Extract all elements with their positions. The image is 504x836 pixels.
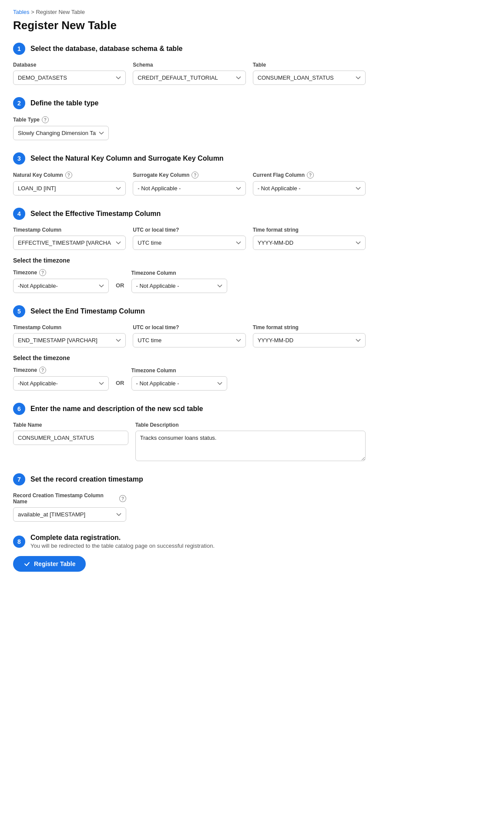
database-label: Database [13, 62, 126, 68]
step-5-timezone-fields: Timezone ? -Not Applicable- OR Timezone … [13, 367, 366, 391]
step-8-section: 8 Complete data registration. You will b… [13, 534, 366, 572]
step-5-ts-col-select[interactable]: END_TIMESTAMP [VARCHAR] [13, 333, 126, 347]
register-table-button[interactable]: Register Table [13, 556, 86, 572]
step-8-description: You will be redirected to the table cata… [30, 543, 215, 549]
step-4-ts-fields: Timestamp Column EFFECTIVE_TIMESTAMP [VA… [13, 227, 366, 250]
checkmark-icon [24, 560, 30, 567]
breadcrumb-parent[interactable]: Tables [13, 9, 30, 15]
step-5-tz-col-group: Timezone Column - Not Applicable - [131, 367, 227, 391]
step-6-section: 6 Enter the name and description of the … [13, 403, 366, 461]
schema-label: Schema [133, 62, 245, 68]
record-ts-select[interactable]: available_at [TIMESTAMP] [13, 507, 126, 522]
step-4-ts-col-label: Timestamp Column [13, 227, 126, 233]
table-type-help-icon[interactable]: ? [42, 116, 49, 123]
step-5-utc-label: UTC or local time? [133, 324, 245, 330]
database-group: Database DEMO_DATASETS [13, 62, 126, 85]
step-3-title: Select the Natural Key Column and Surrog… [30, 155, 224, 162]
table-label: Table [253, 62, 366, 68]
page-title: Register New Table [13, 19, 366, 32]
step-5-timezone-title: Select the timezone [13, 354, 366, 361]
natural-key-label: Natural Key Column ? [13, 172, 126, 179]
step-4-tz-select[interactable]: -Not Applicable- [13, 279, 109, 293]
surrogate-key-label: Surrogate Key Column ? [133, 172, 245, 179]
step-4-utc-select[interactable]: UTC time [133, 236, 245, 250]
breadcrumb: Tables > Register New Table [13, 9, 366, 15]
step-4-header: 4 Select the Effective Timestamp Column [13, 208, 366, 220]
step-3-fields: Natural Key Column ? LOAN_ID [INT] Surro… [13, 172, 366, 196]
step-4-format-select[interactable]: YYYY-MM-DD [253, 236, 366, 250]
natural-key-help-icon[interactable]: ? [65, 172, 72, 179]
step-4-timezone-fields: Timezone ? -Not Applicable- OR Timezone … [13, 269, 366, 293]
step-3-section: 3 Select the Natural Key Column and Surr… [13, 152, 366, 196]
step-4-format-label: Time format string [253, 227, 366, 233]
step-6-fields: Table Name Table Description Tracks cons… [13, 422, 366, 461]
step-5-format-label: Time format string [253, 324, 366, 330]
step-7-section: 7 Set the record creation timestamp Reco… [13, 473, 366, 522]
step-4-ts-col-group: Timestamp Column EFFECTIVE_TIMESTAMP [VA… [13, 227, 126, 250]
current-flag-help-icon[interactable]: ? [307, 172, 314, 179]
current-flag-group: Current Flag Column ? - Not Applicable - [253, 172, 366, 196]
step-4-tz-label: Timezone ? [13, 269, 109, 276]
step-4-ts-col-select[interactable]: EFFECTIVE_TIMESTAMP [VARCHA [13, 236, 126, 250]
surrogate-key-select[interactable]: - Not Applicable - [133, 181, 245, 196]
step-4-utc-group: UTC or local time? UTC time [133, 227, 245, 250]
step-5-tz-group: Timezone ? -Not Applicable- [13, 367, 109, 391]
step-5-format-select[interactable]: YYYY-MM-DD [253, 333, 366, 347]
step-3-header: 3 Select the Natural Key Column and Surr… [13, 152, 366, 165]
table-desc-label: Table Description [135, 422, 366, 428]
step-4-tz-col-label: Timezone Column [131, 270, 227, 276]
table-type-select[interactable]: Slowly Changing Dimension Table [13, 126, 109, 140]
breadcrumb-current: Register New Table [36, 9, 84, 15]
step-6-badge: 6 [13, 403, 25, 415]
natural-key-group: Natural Key Column ? LOAN_ID [INT] [13, 172, 126, 196]
step-5-tz-col-select[interactable]: - Not Applicable - [131, 376, 227, 391]
current-flag-select[interactable]: - Not Applicable - [253, 181, 366, 196]
step-5-utc-group: UTC or local time? UTC time [133, 324, 245, 347]
step-2-header: 2 Define the table type [13, 97, 366, 109]
step-4-title: Select the Effective Timestamp Column [30, 210, 161, 218]
step-2-section: 2 Define the table type Table Type ? Slo… [13, 97, 366, 140]
step-5-tz-select[interactable]: -Not Applicable- [13, 376, 109, 391]
step-1-header: 1 Select the database, database schema &… [13, 43, 366, 55]
step-5-utc-select[interactable]: UTC time [133, 333, 245, 347]
step-2-title: Define the table type [30, 99, 98, 107]
step-7-badge: 7 [13, 473, 25, 485]
table-group: Table CONSUMER_LOAN_STATUS [253, 62, 366, 85]
step-4-tz-group: Timezone ? -Not Applicable- [13, 269, 109, 293]
step-4-tz-col-group: Timezone Column - Not Applicable - [131, 270, 227, 293]
step-1-title: Select the database, database schema & t… [30, 45, 182, 53]
table-desc-textarea[interactable]: Tracks consumer loans status. [135, 431, 366, 461]
step-4-utc-label: UTC or local time? [133, 227, 245, 233]
step-3-badge: 3 [13, 152, 25, 165]
schema-select[interactable]: CREDIT_DEFAULT_TUTORIAL [133, 71, 245, 85]
natural-key-select[interactable]: LOAN_ID [INT] [13, 181, 126, 196]
step-4-or-label: OR [116, 282, 124, 293]
step-1-section: 1 Select the database, database schema &… [13, 43, 366, 85]
step-1-fields: Database DEMO_DATASETS Schema CREDIT_DEF… [13, 62, 366, 85]
table-name-input[interactable] [13, 431, 128, 445]
step-7-title: Set the record creation timestamp [30, 475, 143, 483]
step-5-tz-col-label: Timezone Column [131, 367, 227, 374]
step-4-tz-col-select[interactable]: - Not Applicable - [131, 279, 227, 293]
step-5-header: 5 Select the End Timestamp Column [13, 305, 366, 317]
step-5-ts-col-label: Timestamp Column [13, 324, 126, 330]
step-4-format-group: Time format string YYYY-MM-DD [253, 227, 366, 250]
step-5-tz-help-icon[interactable]: ? [39, 367, 46, 374]
current-flag-label: Current Flag Column ? [253, 172, 366, 179]
surrogate-key-group: Surrogate Key Column ? - Not Applicable … [133, 172, 245, 196]
step-4-tz-help-icon[interactable]: ? [39, 269, 46, 276]
step-6-title: Enter the name and description of the ne… [30, 405, 203, 413]
step-5-format-group: Time format string YYYY-MM-DD [253, 324, 366, 347]
schema-group: Schema CREDIT_DEFAULT_TUTORIAL [133, 62, 245, 85]
step-8-badge: 8 [13, 536, 25, 548]
step-5-tz-label: Timezone ? [13, 367, 109, 374]
database-select[interactable]: DEMO_DATASETS [13, 71, 126, 85]
table-select[interactable]: CONSUMER_LOAN_STATUS [253, 71, 366, 85]
step-6-header: 6 Enter the name and description of the … [13, 403, 366, 415]
record-ts-help-icon[interactable]: ? [119, 495, 126, 502]
surrogate-key-help-icon[interactable]: ? [192, 172, 198, 179]
step-5-ts-col-group: Timestamp Column END_TIMESTAMP [VARCHAR] [13, 324, 126, 347]
step-5-badge: 5 [13, 305, 25, 317]
step-7-fields: Record Creation Timestamp Column Name ? … [13, 492, 366, 522]
step-8-title: Complete data registration. [30, 534, 215, 542]
